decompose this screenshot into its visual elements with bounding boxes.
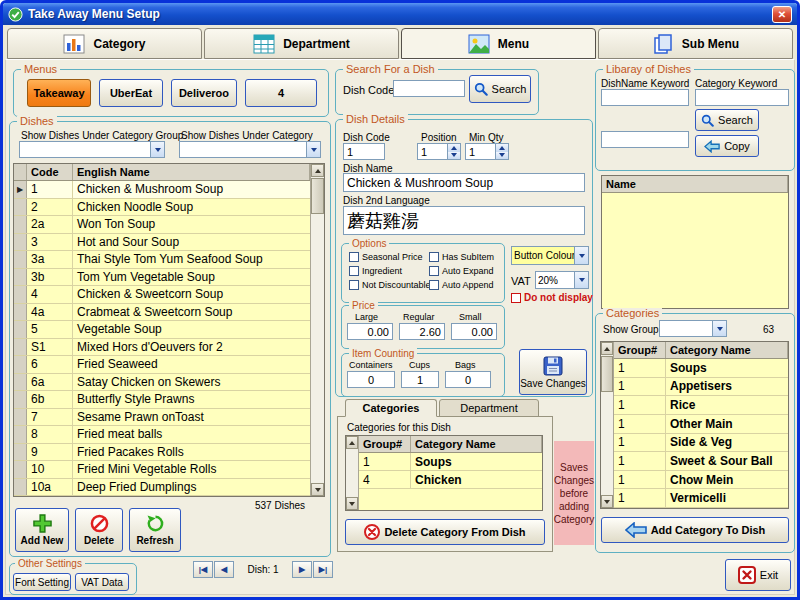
exit-button[interactable]: Exit: [725, 559, 791, 591]
chevron-down-icon[interactable]: [712, 321, 726, 336]
scroll-up-icon[interactable]: [601, 342, 613, 355]
delete-category-from-dish-button[interactable]: Delete Category From Dish: [345, 519, 545, 545]
table-row[interactable]: 1Other Main: [614, 415, 788, 434]
category-group-filter-dropdown[interactable]: [19, 141, 165, 158]
table-row[interactable]: 7Sesame Prawn onToast: [14, 409, 310, 427]
table-row[interactable]: 10Fried Mini Vegetable Rolls: [14, 461, 310, 479]
auto-expand-checkbox[interactable]: [429, 266, 439, 276]
table-row[interactable]: 9Fried Pacakes Rolls: [14, 444, 310, 462]
price-large-input[interactable]: 0.00: [347, 323, 393, 340]
dishname-keyword-input[interactable]: [601, 89, 689, 106]
scroll-up-icon[interactable]: [346, 436, 358, 449]
dish-code-input[interactable]: 1: [343, 143, 385, 160]
spin-down-icon[interactable]: [496, 152, 508, 160]
search-dish-button[interactable]: Search: [469, 75, 531, 103]
library-search-button[interactable]: Search: [695, 109, 759, 131]
scroll-up-icon[interactable]: [311, 164, 324, 177]
show-group-dropdown[interactable]: [659, 320, 727, 337]
tab-menu[interactable]: Menu: [401, 28, 596, 59]
table-row[interactable]: 1Appetisers: [614, 378, 788, 397]
chevron-down-icon[interactable]: [574, 247, 588, 264]
menu-4-button[interactable]: 4: [245, 79, 317, 107]
table-row[interactable]: 6bButterfly Style Prawns: [14, 391, 310, 409]
min-qty-stepper[interactable]: 1: [465, 143, 509, 160]
table-row[interactable]: ▶1Chicken & Mushroom Soup: [14, 181, 310, 199]
dish-categories-scrollbar[interactable]: [346, 436, 359, 510]
add-new-button[interactable]: Add New: [15, 508, 69, 552]
categories-scrollbar[interactable]: [601, 342, 614, 508]
price-small-input[interactable]: 0.00: [451, 323, 497, 340]
table-row[interactable]: 1Side & Veg: [614, 434, 788, 453]
table-row[interactable]: S1Mixed Hors d'Oeuvers for 2: [14, 339, 310, 357]
cups-input[interactable]: 1: [401, 371, 439, 388]
refresh-button[interactable]: Refresh: [129, 508, 181, 552]
dish-table-scrollbar[interactable]: [310, 164, 324, 496]
spin-up-icon[interactable]: [496, 144, 508, 152]
table-row[interactable]: 1Soups: [614, 359, 788, 378]
ingredient-checkbox[interactable]: [349, 266, 359, 276]
scroll-down-icon[interactable]: [311, 483, 324, 496]
deliveroo-menu-button[interactable]: Deliveroo: [171, 79, 237, 107]
search-dish-code-input[interactable]: [393, 80, 465, 97]
library-copy-button[interactable]: Copy: [695, 135, 759, 157]
table-row[interactable]: 4Chicken & Sweetcorn Soup: [14, 286, 310, 304]
has-subitem-checkbox[interactable]: [429, 252, 439, 262]
tab-department[interactable]: Department: [204, 28, 399, 59]
dish-name-input[interactable]: Chicken & Mushroom Soup: [343, 173, 585, 192]
last-dish-button[interactable]: ▶|: [313, 561, 333, 578]
chevron-down-icon[interactable]: [150, 142, 164, 157]
next-dish-button[interactable]: ▶: [292, 561, 312, 578]
auto-append-checkbox[interactable]: [429, 280, 439, 290]
scroll-down-icon[interactable]: [601, 495, 613, 508]
table-row[interactable]: 6Fried Seaweed: [14, 356, 310, 374]
do-not-display-checkbox[interactable]: [511, 293, 521, 303]
not-discountable-checkbox[interactable]: [349, 280, 359, 290]
library-extra-input[interactable]: [601, 131, 689, 148]
takeaway-menu-button[interactable]: Takeaway: [27, 79, 91, 107]
category-filter-dropdown[interactable]: [179, 141, 321, 158]
table-row[interactable]: 6aSatay Chicken on Skewers: [14, 374, 310, 392]
second-language-input[interactable]: 蘑菇雞湯: [343, 206, 585, 235]
tab-sub-menu[interactable]: Sub Menu: [598, 28, 793, 59]
table-row[interactable]: 4Chicken: [359, 471, 542, 489]
table-row[interactable]: 5Vegetable Soup: [14, 321, 310, 339]
spin-down-icon[interactable]: [448, 152, 460, 160]
first-dish-button[interactable]: |◀: [193, 561, 213, 578]
vat-dropdown[interactable]: 20%: [535, 271, 589, 289]
table-row[interactable]: 4aCrabmeat & Sweetcorn Soup: [14, 304, 310, 322]
delete-button[interactable]: Delete: [75, 508, 123, 552]
seasonal-price-checkbox[interactable]: [349, 252, 359, 262]
table-row[interactable]: 1Vermicelli: [614, 489, 788, 508]
table-row[interactable]: 3aThai Style Tom Yum Seafood Soup: [14, 251, 310, 269]
prev-dish-button[interactable]: ◀: [214, 561, 234, 578]
table-row[interactable]: 1Rice: [614, 396, 788, 415]
scrollbar-thumb[interactable]: [311, 178, 324, 214]
table-row[interactable]: 3bTom Yum Vegetable Soup: [14, 269, 310, 287]
scrollbar-thumb[interactable]: [601, 356, 613, 392]
tab-dish-department[interactable]: Department: [439, 399, 539, 417]
button-colour-dropdown[interactable]: Button Colour: [511, 246, 589, 265]
chevron-down-icon[interactable]: [574, 272, 588, 288]
category-keyword-input[interactable]: [695, 89, 789, 106]
tab-category[interactable]: Category: [7, 28, 202, 59]
chevron-down-icon[interactable]: [306, 142, 320, 157]
table-row[interactable]: 1Sweet & Sour Ball: [614, 452, 788, 471]
table-row[interactable]: 1Chow Mein: [614, 471, 788, 490]
tab-dish-categories[interactable]: Categories: [345, 399, 437, 417]
save-changes-button[interactable]: Save Changes: [519, 349, 587, 395]
table-row[interactable]: 2aWon Ton Soup: [14, 216, 310, 234]
ubereat-menu-button[interactable]: UberEat: [99, 79, 163, 107]
spin-up-icon[interactable]: [448, 144, 460, 152]
table-row[interactable]: 8Fried meat balls: [14, 426, 310, 444]
vat-data-button[interactable]: VAT Data: [75, 573, 129, 591]
scroll-down-icon[interactable]: [346, 497, 358, 510]
position-stepper[interactable]: 1: [417, 143, 461, 160]
table-row[interactable]: 3Hot and Sour Soup: [14, 234, 310, 252]
table-row[interactable]: 10aDeep Fried Dumplings: [14, 479, 310, 497]
bags-input[interactable]: 0: [445, 371, 491, 388]
close-icon[interactable]: ✕: [772, 6, 792, 23]
add-category-to-dish-button[interactable]: Add Category To Dish: [601, 517, 789, 543]
table-row[interactable]: 2Chicken Noodle Soup: [14, 199, 310, 217]
font-setting-button[interactable]: Font Setting: [13, 573, 71, 591]
table-row[interactable]: 1Soups: [359, 453, 542, 471]
